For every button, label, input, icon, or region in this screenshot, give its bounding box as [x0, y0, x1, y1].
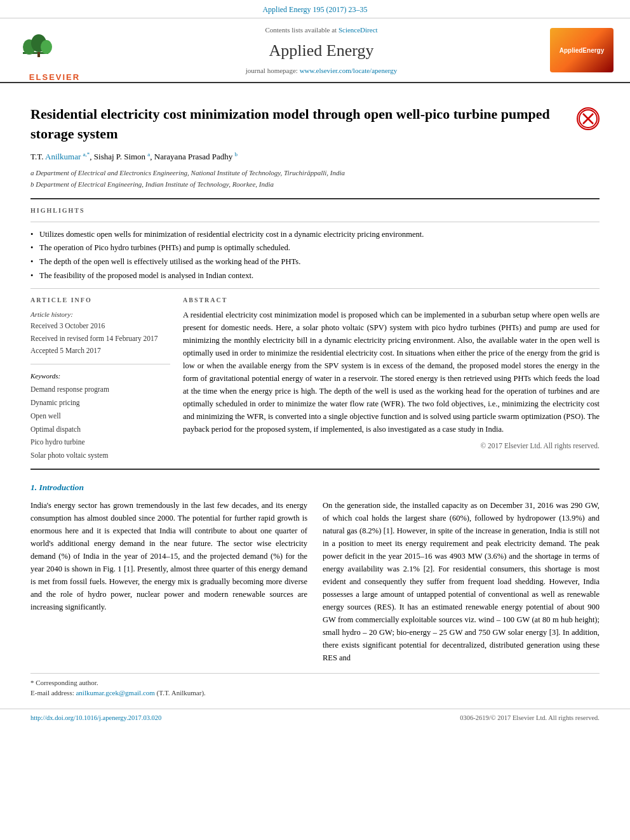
intro-left-col: India's energy sector has grown tremendo…	[30, 499, 307, 664]
affiliation-b: b Department of Electrical Engineering, …	[30, 179, 600, 190]
keyword: Open well	[30, 410, 170, 423]
science-direct-anchor[interactable]: ScienceDirect	[338, 26, 378, 34]
content-area: Residential electricity cost minimizatio…	[0, 83, 630, 709]
doi-link: http://dx.doi.org/10.1016/j.apenergy.201…	[30, 713, 161, 723]
article-history: Article history: Received 3 October 2016…	[30, 309, 170, 357]
journal-title: Applied Energy	[99, 38, 544, 63]
received-date: Received 3 October 2016	[30, 320, 170, 333]
keywords-label: Keywords:	[30, 371, 170, 382]
title-divider	[30, 198, 600, 199]
applied-energy-logo: AppliedEnergy	[550, 28, 613, 72]
author1: T.T. Anilkumar	[30, 152, 81, 161]
svg-point-3	[41, 40, 52, 54]
elsevier-text: ELSEVIER	[20, 71, 90, 84]
article-info-label: ARTICLE INFO	[30, 295, 170, 305]
crossmark-badge	[577, 107, 600, 130]
keywords-list: Demand response program Dynamic pricing …	[30, 383, 170, 462]
journal-header: ELSEVIER Contents lists available at Sci…	[0, 18, 630, 83]
bottom-bar: http://dx.doi.org/10.1016/j.apenergy.201…	[0, 709, 630, 727]
keyword: Demand response program	[30, 383, 170, 396]
keyword: Solar photo voltaic system	[30, 449, 170, 462]
journal-homepage: journal homepage: www.elsevier.com/locat…	[99, 65, 544, 76]
journal-citation: Applied Energy 195 (2017) 23–35	[262, 5, 367, 14]
highlights-label: HIGHLIGHTS	[30, 206, 600, 215]
author2-sup: a	[147, 151, 150, 157]
highlight-item: The feasibility of the proposed model is…	[30, 270, 600, 282]
highlights-top-divider	[30, 222, 600, 222]
highlight-item: Utilizes domestic open wells for minimiz…	[30, 229, 600, 241]
highlights-list: Utilizes domestic open wells for minimiz…	[30, 229, 600, 282]
footnote-area: * Corresponding author. E-mail address: …	[30, 673, 600, 698]
highlight-item: The operation of Pico hydro turbines (PH…	[30, 242, 600, 254]
article-title: Residential electricity cost minimizatio…	[30, 105, 570, 144]
revised-date: Received in revised form 14 February 201…	[30, 333, 170, 345]
top-bar: Applied Energy 195 (2017) 23–35	[0, 0, 630, 18]
abstract-text: A residential electricity cost minimizat…	[183, 309, 600, 436]
intro-body-columns: India's energy sector has grown tremendo…	[30, 499, 600, 664]
accepted-date: Accepted 5 March 2017	[30, 345, 170, 357]
keyword: Dynamic pricing	[30, 396, 170, 410]
keyword: Optimal dispatch	[30, 423, 170, 436]
history-label: Article history:	[30, 309, 170, 321]
keyword: Pico hydro turbine	[30, 436, 170, 449]
science-direct-link: Contents lists available at ScienceDirec…	[99, 25, 544, 36]
elsevier-logo: ELSEVIER	[20, 33, 90, 68]
highlight-item: The depth of the open well is effectivel…	[30, 256, 600, 268]
copyright: © 2017 Elsevier Ltd. All rights reserved…	[183, 441, 600, 451]
intro-section: 1. Introduction India's energy sector ha…	[30, 481, 600, 664]
corresponding-note: * Corresponding author.	[30, 677, 600, 688]
authors: T.T. Anilkumar a,*, Sishaj P. Simon a, N…	[30, 150, 600, 163]
author3-sup: b	[235, 151, 238, 157]
highlights-bottom-divider	[30, 288, 600, 289]
article-info-col: ARTICLE INFO Article history: Received 3…	[30, 295, 170, 462]
email-link[interactable]: anilkumar.gcek@gmail.com	[76, 689, 154, 697]
journal-title-area: Contents lists available at ScienceDirec…	[99, 25, 544, 76]
homepage-link[interactable]: www.elsevier.com/locate/apenergy	[300, 67, 398, 74]
svg-rect-4	[37, 52, 40, 57]
abstract-col: ABSTRACT A residential electricity cost …	[183, 295, 600, 462]
issn-text: 0306-2619/© 2017 Elsevier Ltd. All right…	[460, 713, 600, 723]
author2: Sishaj P. Simon	[94, 152, 145, 161]
email-line: E-mail address: anilkumar.gcek@gmail.com…	[30, 688, 600, 698]
affiliations: a Department of Electrical and Electroni…	[30, 168, 600, 190]
intro-heading: 1. Introduction	[30, 481, 600, 494]
article-title-row: Residential electricity cost minimizatio…	[30, 105, 600, 144]
abstract-intro-divider	[30, 469, 600, 470]
publisher-logo-area: ELSEVIER	[10, 33, 99, 68]
applied-energy-logo-area: AppliedEnergy	[544, 28, 620, 72]
affiliation-a: a Department of Electrical and Electroni…	[30, 168, 600, 179]
email-name: (T.T. Anilkumar).	[157, 689, 206, 697]
author3: Narayana Prasad Padhy	[154, 152, 232, 161]
history-keywords-divider	[30, 364, 170, 364]
intro-right-col: On the generation side, the installed ca…	[323, 499, 600, 664]
author1-sup: a,*	[83, 151, 90, 157]
info-abstract-columns: ARTICLE INFO Article history: Received 3…	[30, 295, 600, 462]
abstract-label: ABSTRACT	[183, 295, 600, 305]
